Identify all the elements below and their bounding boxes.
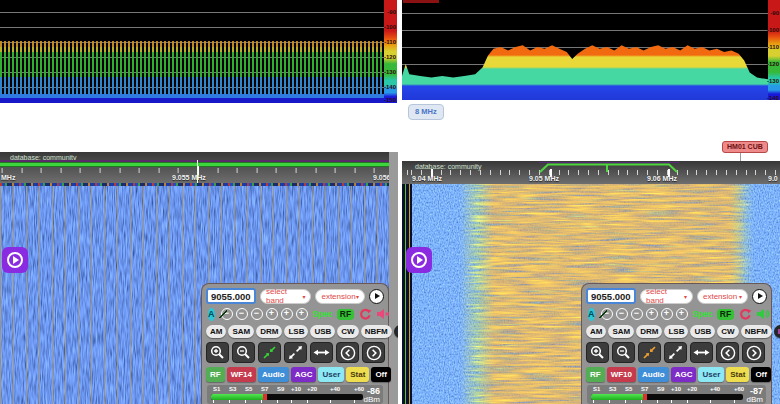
zoom-to-band-button[interactable] xyxy=(638,342,661,363)
zoom-in-button[interactable] xyxy=(586,342,609,363)
s-meter-tick xyxy=(625,400,626,403)
mode-button[interactable]: AM xyxy=(206,325,226,338)
s-meter-label: +60 xyxy=(734,386,744,392)
s-meter-label: S7 xyxy=(261,386,268,392)
refresh-button[interactable] xyxy=(359,308,372,321)
mode-button[interactable]: LSB xyxy=(284,325,308,338)
zoom-out-button[interactable] xyxy=(612,342,635,363)
left-spectrum[interactable]: -90-100-110-120-130-140-150 xyxy=(0,0,397,103)
frequency-input[interactable] xyxy=(586,288,636,304)
mode-button[interactable]: SAM xyxy=(228,325,254,338)
zoom-out-max-button[interactable] xyxy=(284,342,307,363)
frequency-label: 9.056 xyxy=(373,174,390,181)
view-button[interactable]: AGC xyxy=(671,367,697,382)
view-button[interactable]: Stat xyxy=(346,367,369,382)
page-left-button[interactable] xyxy=(336,342,359,363)
passband-shift-button[interactable] xyxy=(690,342,713,363)
zoom-in-button[interactable] xyxy=(206,342,229,363)
s-meter-tick xyxy=(229,400,230,403)
colorbar-label: -120 xyxy=(384,54,396,60)
select-band-dropdown[interactable]: select band ▾ xyxy=(640,289,693,304)
wf-adjust-button[interactable]: + xyxy=(646,308,658,320)
page-left-button[interactable] xyxy=(716,342,739,363)
band-tab[interactable]: 8 MHz xyxy=(408,104,444,120)
mode-button[interactable]: CW xyxy=(717,325,738,338)
wf-adjust-button[interactable]: + xyxy=(676,308,688,320)
aperture-auto-button[interactable]: A xyxy=(588,308,595,321)
right-colorbar: -90-100-110-120-130-140 xyxy=(768,0,780,100)
player-button[interactable] xyxy=(369,289,384,304)
zoom-to-band-button[interactable] xyxy=(258,342,281,363)
passband-shift-button[interactable] xyxy=(310,342,333,363)
audio-start-button[interactable] xyxy=(406,247,432,273)
spectrum-marker xyxy=(403,0,439,3)
wf-adjust-button[interactable]: − xyxy=(236,308,248,320)
aperture-auto-button[interactable]: A xyxy=(208,308,215,321)
wf-adjust-button[interactable]: − xyxy=(616,308,628,320)
s-meter-tick xyxy=(330,400,331,403)
rf-toggle[interactable]: RF xyxy=(337,309,354,320)
extension-dropdown[interactable]: extension ▾ xyxy=(315,289,365,304)
spec-toggle[interactable]: Spec xyxy=(313,309,333,319)
wf-adjust-button[interactable]: + xyxy=(266,308,278,320)
mode-button[interactable]: NBFM xyxy=(361,325,392,338)
left-colorbar: -90-100-110-120-130-140-150 xyxy=(384,0,397,103)
zoom-out-max-button[interactable] xyxy=(664,342,687,363)
mode-button[interactable]: AM xyxy=(586,325,606,338)
s-meter-unit: dBm xyxy=(364,395,380,404)
colorbar-label: -100 xyxy=(384,24,396,30)
colorbar-label: -110 xyxy=(767,44,779,50)
mode-button[interactable]: CW xyxy=(337,325,358,338)
mode-button[interactable]: USB xyxy=(310,325,335,338)
colorbar-label: -150 xyxy=(384,97,396,103)
rf-toggle[interactable]: RF xyxy=(717,309,734,320)
mode-button[interactable]: SAM xyxy=(608,325,634,338)
select-band-dropdown[interactable]: select band ▾ xyxy=(260,289,311,304)
zoom-out-button[interactable] xyxy=(232,342,255,363)
view-button[interactable]: Audio xyxy=(258,367,289,382)
right-frequency-scale[interactable]: database: community 9.04 MHz9.05 MHz9.06… xyxy=(402,161,780,184)
view-button[interactable]: RF xyxy=(586,367,605,382)
mode-button[interactable]: NBFM xyxy=(741,325,772,338)
view-button[interactable]: Stat xyxy=(726,367,749,382)
view-button[interactable]: Audio xyxy=(638,367,669,382)
speaker-muted-icon[interactable] xyxy=(377,308,390,320)
view-button[interactable]: Off xyxy=(371,367,391,382)
s-meter-tick xyxy=(213,400,214,403)
view-button[interactable]: WF10 xyxy=(607,367,636,382)
spec-toggle[interactable]: Spec xyxy=(693,309,713,319)
speaker-on-icon[interactable] xyxy=(757,308,770,320)
right-spectrum[interactable]: -90-100-110-120-130-140 xyxy=(402,0,780,100)
wf-adjust-button[interactable]: − xyxy=(631,308,643,320)
s-meter-label: S9 xyxy=(277,386,284,392)
view-button[interactable]: WF14 xyxy=(227,367,256,382)
view-button[interactable]: RF xyxy=(206,367,225,382)
page-right-button[interactable] xyxy=(742,342,765,363)
wf-adjust-button[interactable]: + xyxy=(296,308,308,320)
refresh-button[interactable] xyxy=(739,308,752,321)
mode-button[interactable]: USB xyxy=(690,325,715,338)
play-icon xyxy=(758,293,763,299)
extension-dropdown[interactable]: extension ▾ xyxy=(697,289,748,304)
audio-start-button[interactable] xyxy=(2,247,28,273)
dx-station-label[interactable]: HM01 CUB xyxy=(722,141,768,153)
left-frequency-scale[interactable]: database: community MHz9.055 MHz9.056 xyxy=(0,152,390,183)
frequency-input[interactable] xyxy=(206,288,256,304)
mode-button[interactable]: DRM xyxy=(256,325,282,338)
left-window-scrollbar[interactable] xyxy=(389,152,398,404)
mode-button[interactable]: IQ xyxy=(774,325,780,338)
view-button[interactable]: AGC xyxy=(291,367,317,382)
chevron-down-icon: ▾ xyxy=(684,293,687,300)
view-button[interactable]: User xyxy=(698,367,724,382)
view-button[interactable]: Off xyxy=(751,367,771,382)
view-button[interactable]: User xyxy=(318,367,344,382)
wf-adjust-button[interactable]: − xyxy=(251,308,263,320)
player-button[interactable] xyxy=(752,289,767,304)
wf-adjust-button[interactable]: + xyxy=(661,308,673,320)
mode-button[interactable]: LSB xyxy=(664,325,688,338)
play-icon xyxy=(375,293,380,299)
page-right-button[interactable] xyxy=(362,342,385,363)
chevron-down-icon: ▾ xyxy=(356,293,359,300)
wf-adjust-button[interactable]: + xyxy=(281,308,293,320)
mode-button[interactable]: DRM xyxy=(636,325,662,338)
